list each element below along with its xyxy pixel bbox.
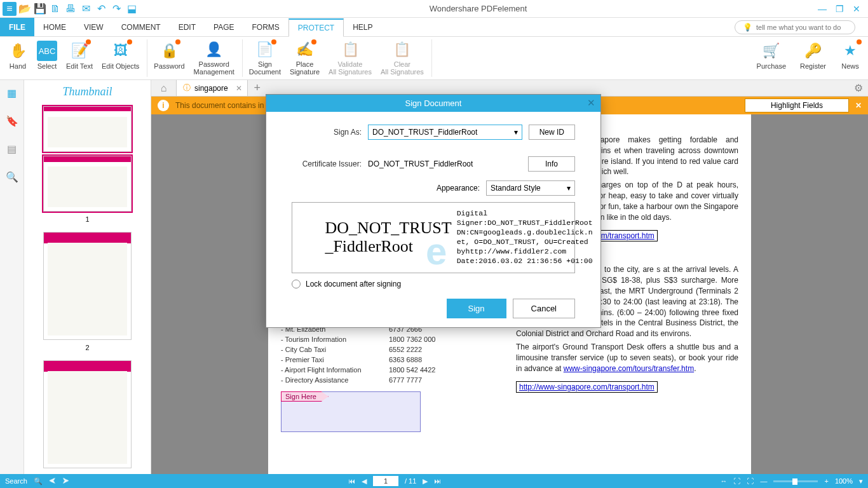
info-button[interactable]: Info <box>528 156 575 172</box>
edit-objects-button[interactable]: 🖼Edit Objects <box>98 39 143 77</box>
redo-icon[interactable]: ↷ <box>109 2 123 16</box>
password-management-button[interactable]: 👤Password Management <box>190 39 238 77</box>
tab-home[interactable]: HOME <box>34 18 75 36</box>
minimize-button[interactable]: — <box>818 4 827 14</box>
hand-tool-button[interactable]: ✋Hand <box>4 39 32 77</box>
document-tab[interactable]: ⓘ singapore ✕ <box>177 80 248 96</box>
help-search[interactable]: 💡 <box>735 20 855 34</box>
password-button[interactable]: 🔒Password <box>150 39 188 77</box>
new-id-button[interactable]: New ID <box>529 125 575 140</box>
contact-row: - City Cab Taxi6552 2222 <box>281 344 503 355</box>
zoom-out-icon[interactable]: — <box>760 477 767 485</box>
doc-para-4: The airport's Ground Transport Desk offe… <box>516 342 738 374</box>
place-signature-button[interactable]: ✍Place Signature <box>286 39 323 77</box>
key-icon: 🔑 <box>803 41 824 61</box>
sign-as-label: Sign As: <box>292 128 362 137</box>
home-tab-icon[interactable]: ⌂ <box>151 80 177 96</box>
save-as-icon[interactable]: 🗎 <box>48 2 62 16</box>
chevron-down-icon: ▾ <box>514 128 518 137</box>
next-page-icon[interactable]: ▶ <box>423 477 428 485</box>
status-next-result-icon[interactable]: ⮞ <box>62 477 69 485</box>
validate-icon: 📋 <box>340 41 360 59</box>
annotations-rail-icon[interactable]: ▤ <box>6 142 18 155</box>
contact-row: - Airport Flight Information1800 542 442… <box>281 365 503 375</box>
status-search-icon[interactable]: 🔍 <box>34 477 43 485</box>
open-icon[interactable]: 📂 <box>18 2 32 16</box>
signature-preview-name: DO_NOT_TRUST _FiddlerRoot <box>325 219 451 255</box>
link-box-2[interactable]: http://www-singapore.com/transport.htm <box>516 381 658 393</box>
news-button[interactable]: ★News <box>836 39 864 71</box>
document-tab-label: singapore <box>194 84 228 93</box>
thumbnail-page-3[interactable] <box>43 360 132 468</box>
last-page-icon[interactable]: ⏭ <box>434 477 441 485</box>
sign-document-button[interactable]: 📄Sign Document <box>245 39 285 77</box>
zoom-in-icon[interactable]: + <box>824 477 828 485</box>
status-bar: Search 🔍 ⮜ ⮞ ⏮ ◀ / 11 ▶ ⏭ ↔ ⛶ ⛶ — + 100%… <box>0 474 868 488</box>
cancel-button[interactable]: Cancel <box>513 299 575 318</box>
purchase-button[interactable]: 🛒Purchase <box>753 39 790 71</box>
prev-page-icon[interactable]: ◀ <box>362 477 367 485</box>
close-button[interactable]: ✕ <box>853 4 860 14</box>
zoom-value[interactable]: 100% <box>835 477 853 485</box>
app-menu-icon[interactable]: ≡ <box>3 2 17 16</box>
tab-settings-icon[interactable]: ⚙ <box>849 80 868 96</box>
print-icon[interactable]: 🖶 <box>64 2 78 16</box>
zoom-dropdown-icon[interactable]: ▾ <box>859 477 863 485</box>
doc-link-2[interactable]: www-singapore.com/tours/transfer.htm <box>564 364 694 373</box>
status-prev-result-icon[interactable]: ⮜ <box>49 477 56 485</box>
tab-view[interactable]: VIEW <box>75 18 112 36</box>
sign-document-dialog: Sign Document ✕ Sign As: DO_NOT_TRUST_Fi… <box>266 94 601 328</box>
info-bar-close-icon[interactable]: ✕ <box>855 101 862 110</box>
highlight-fields-button[interactable]: Highlight Fields <box>745 98 849 112</box>
maximize-button[interactable]: ❐ <box>836 4 844 14</box>
edit-text-button[interactable]: 📝Edit Text <box>62 39 97 77</box>
mail-icon[interactable]: ✉ <box>79 2 93 16</box>
quick-icon[interactable]: ⬓ <box>125 2 139 16</box>
search-rail-icon[interactable]: 🔍 <box>6 170 18 183</box>
appearance-label: Appearance: <box>437 184 480 193</box>
tab-protect[interactable]: PROTECT <box>288 18 344 37</box>
app-title: Wondershare PDFelement <box>139 4 818 13</box>
zoom-slider[interactable] <box>773 480 818 482</box>
radio-icon[interactable] <box>292 280 301 288</box>
register-button[interactable]: 🔑Register <box>796 39 830 71</box>
status-search-label[interactable]: Search <box>5 477 27 485</box>
tab-file[interactable]: FILE <box>0 18 34 36</box>
thumbnails-rail-icon[interactable]: ▦ <box>6 86 18 99</box>
fit-page-icon[interactable]: ⛶ <box>733 477 740 485</box>
first-page-icon[interactable]: ⏮ <box>348 477 355 485</box>
info-bar-text: This document contains in <box>175 101 264 110</box>
tab-forms[interactable]: FORMS <box>243 18 288 36</box>
issuer-label: Certificate Issuer: <box>292 159 362 168</box>
help-search-input[interactable] <box>756 24 847 31</box>
bookmarks-rail-icon[interactable]: 🔖 <box>6 114 18 127</box>
undo-icon[interactable]: ↶ <box>94 2 108 16</box>
dialog-close-icon[interactable]: ✕ <box>587 97 595 109</box>
signature-field[interactable]: Sign Here <box>281 391 421 432</box>
title-bar: ≡ 📂 💾 🗎 🖶 ✉ ↶ ↷ ⬓ Wondershare PDFelement… <box>0 0 868 18</box>
thumbnail-list[interactable]: 1 2 <box>24 104 151 474</box>
close-tab-icon[interactable]: ✕ <box>236 84 242 93</box>
sign-doc-icon: 📄 <box>255 41 275 59</box>
appearance-dropdown[interactable]: Standard Style▾ <box>486 180 575 196</box>
tab-edit[interactable]: EDIT <box>170 18 205 36</box>
tab-comment[interactable]: COMMENT <box>112 18 170 36</box>
sign-as-dropdown[interactable]: DO_NOT_TRUST_FiddlerRoot▾ <box>368 125 522 140</box>
edit-objects-icon: 🖼 <box>111 41 131 61</box>
select-tool-button[interactable]: ABCSelect <box>33 39 61 77</box>
sign-button[interactable]: Sign <box>447 299 506 318</box>
tab-help[interactable]: HELP <box>344 18 381 36</box>
lock-document-option[interactable]: Lock document after signing <box>292 280 575 288</box>
edit-text-icon: 📝 <box>69 41 90 61</box>
save-icon[interactable]: 💾 <box>33 2 47 16</box>
thumbnail-page-1-top[interactable] <box>43 106 132 152</box>
fit-width-icon[interactable]: ↔ <box>720 477 727 485</box>
thumbnail-page-1-bottom[interactable] <box>43 156 132 212</box>
add-tab-button[interactable]: + <box>248 80 267 96</box>
tab-page[interactable]: PAGE <box>205 18 243 36</box>
thumbnail-page-2[interactable] <box>43 232 132 340</box>
fullscreen-icon[interactable]: ⛶ <box>747 477 754 485</box>
page-number-input[interactable] <box>373 476 398 486</box>
thumbnail-label-2: 2 <box>43 344 132 351</box>
menu-bar: FILE HOME VIEW COMMENT EDIT PAGE FORMS P… <box>0 18 868 37</box>
